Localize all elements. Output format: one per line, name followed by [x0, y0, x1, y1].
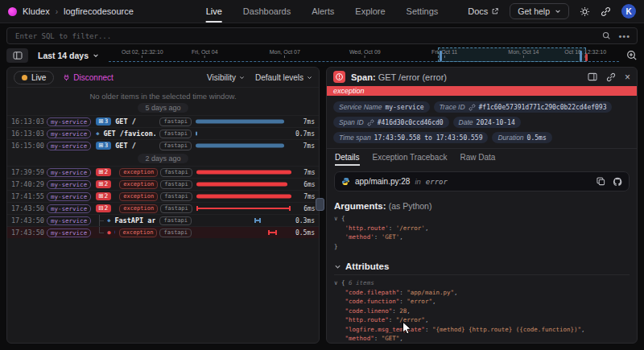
zoom-in-icon[interactable]	[626, 50, 638, 61]
visibility-dropdown[interactable]: Visibility	[207, 73, 245, 82]
code-location-bar[interactable]: app/main.py:28 in error	[334, 171, 630, 191]
duration-lane	[196, 215, 291, 226]
user-avatar[interactable]: K	[621, 4, 636, 19]
docs-link[interactable]: Docs	[468, 6, 499, 16]
default-levels-dropdown[interactable]: Default levels	[255, 73, 312, 82]
nav-tab-alerts[interactable]: Alerts	[312, 0, 334, 23]
tick-mark-icon	[523, 56, 524, 58]
nav-tab-settings[interactable]: Settings	[407, 0, 439, 23]
meta-pill-date[interactable]: Date2024-10-14	[453, 117, 521, 128]
sidebar-toggle-button[interactable]	[6, 48, 28, 63]
tag-exception[interactable]: exception	[119, 180, 158, 189]
arguments-code-block[interactable]: ∨ { 'http.route': '/error', 'method': 'G…	[334, 214, 630, 251]
meta-pill-time-span[interactable]: Time span17:43:50.558 to 17:43:50.559	[333, 132, 488, 143]
span-detail-header: Span: GET /error (error) ×	[327, 68, 637, 86]
breadcrumb-org[interactable]: Kludex	[23, 6, 50, 16]
timeline-row: Last 14 days Oct 02, 12:32:10Fri, Oct 04…	[6, 47, 638, 64]
tag-fastapi[interactable]: fastapi	[159, 229, 192, 237]
tag-exception[interactable]: exception	[119, 229, 158, 237]
service-tag[interactable]: my-service	[47, 180, 91, 189]
duration-bar	[196, 120, 284, 124]
tab-exception-traceback[interactable]: Exception Traceback	[373, 149, 448, 166]
time-range-label: Last 14 days	[38, 51, 89, 60]
trace-row[interactable]: 17:43:50my-service◆FastAPI argumentsfast…	[7, 214, 319, 226]
search-icon[interactable]	[602, 31, 611, 40]
trace-row[interactable]: 17:43:50my-service⊟2GET /errorexceptionf…	[7, 202, 319, 214]
plug-icon	[63, 74, 70, 81]
children-toggle-badge[interactable]: ⊞2	[96, 180, 111, 188]
children-toggle-badge[interactable]: ⊞2	[96, 168, 111, 176]
tag-exception[interactable]: exception	[119, 192, 158, 201]
service-tag[interactable]: my-service	[47, 130, 91, 138]
tag-exception[interactable]: exception	[119, 168, 158, 177]
duration-lane	[196, 227, 291, 238]
tag-fastapi[interactable]: fastapi	[160, 168, 192, 177]
breadcrumb-project[interactable]: logfirecodesource	[64, 6, 134, 16]
trace-row[interactable]: 17:40:29my-service⊞2GET /errorexceptionf…	[7, 178, 319, 190]
trace-row[interactable]: 17:39:59my-service⊞2GET /errorexceptionf…	[7, 166, 319, 178]
tag-fastapi[interactable]: fastapi	[159, 216, 192, 225]
tag-fastapi[interactable]: fastapi	[159, 142, 192, 150]
trace-row[interactable]: 16:15:00my-service⊞3GET /fastapi7ms	[7, 139, 319, 151]
row-duration: 6ms	[291, 181, 316, 188]
logfire-logo-icon[interactable]	[8, 7, 17, 16]
row-duration: 0.7ms	[291, 130, 315, 138]
nav-tab-live[interactable]: Live	[206, 0, 222, 23]
timeline-tick-label: Mon, Oct 07	[270, 49, 300, 55]
trace-row[interactable]: 17:41:55my-service⊞2GET /errorexceptionf…	[7, 190, 319, 202]
timeline-strip[interactable]: Oct 02, 12:32:10Fri, Oct 04Mon, Oct 07We…	[109, 47, 619, 64]
meta-pill-duration[interactable]: Duration0.5ms	[492, 132, 551, 143]
meta-pill-trace-id[interactable]: Trace ID#f1c60e57391d771c290c0b22cd4ef09…	[434, 101, 613, 113]
disconnect-button[interactable]: Disconnect	[63, 73, 113, 82]
tab-details[interactable]: Details	[335, 149, 360, 166]
more-options-icon[interactable]: •••	[618, 32, 630, 40]
service-tag[interactable]: my-service	[47, 117, 91, 126]
duration-bar	[196, 144, 284, 148]
duration-lane	[196, 140, 291, 151]
nav-tab-dashboards[interactable]: Dashboards	[243, 0, 291, 23]
tag-fastapi[interactable]: fastapi	[160, 192, 192, 201]
service-tag[interactable]: my-service	[47, 168, 91, 177]
panel-layout-icon	[13, 51, 23, 60]
row-timestamp: 17:39:59	[11, 168, 47, 176]
service-tag[interactable]: my-service	[47, 192, 91, 201]
panel-resize-handle[interactable]	[316, 198, 324, 211]
service-tag[interactable]: my-service	[47, 216, 91, 225]
attributes-code-block[interactable]: ∨ { 6 items "code.filepath": "app/main.p…	[334, 278, 630, 343]
tag-fastapi[interactable]: fastapi	[160, 204, 192, 213]
row-tags: exceptionfastapi	[119, 180, 192, 189]
tag-exception[interactable]: exception	[119, 204, 158, 213]
copy-link-icon[interactable]	[601, 6, 611, 17]
children-toggle-badge[interactable]: ⊞2	[96, 192, 111, 200]
service-tag[interactable]: my-service	[47, 204, 91, 213]
trace-row[interactable]: 16:13:03my-service◆GET /favicon.icofasta…	[7, 127, 319, 139]
meta-pill-service-name[interactable]: Service Namemy-service	[333, 101, 430, 113]
copy-icon[interactable]	[597, 177, 605, 186]
live-status-pill[interactable]: Live	[14, 71, 54, 84]
get-help-button[interactable]: Get help	[510, 3, 569, 19]
tag-fastapi[interactable]: fastapi	[160, 180, 192, 189]
tag-fastapi[interactable]: fastapi	[159, 117, 192, 126]
meta-pill-span-id[interactable]: Span ID#416d30c0ccd46cd0	[333, 117, 449, 128]
github-icon[interactable]	[613, 177, 622, 187]
close-icon[interactable]: ×	[625, 73, 630, 81]
app-root: Kludex › logfirecodesource LiveDashboard…	[0, 0, 644, 350]
tag-fastapi[interactable]: fastapi	[159, 130, 192, 138]
nav-tab-explore[interactable]: Explore	[355, 0, 385, 23]
children-toggle-badge[interactable]: ⊞3	[96, 142, 111, 150]
tab-raw-data[interactable]: Raw Data	[460, 149, 495, 166]
children-toggle-badge[interactable]: ⊞3	[96, 117, 111, 126]
service-tag[interactable]: my-service	[47, 229, 91, 237]
sql-filter-input[interactable]	[14, 31, 595, 41]
duration-tick	[196, 132, 197, 136]
theme-toggle-icon[interactable]	[580, 6, 590, 17]
duration-ibeam	[254, 218, 261, 223]
trace-row[interactable]: 16:13:03my-service⊞3GET /fastapi7ms	[7, 115, 319, 127]
copy-link-icon[interactable]	[606, 72, 616, 82]
open-panel-icon[interactable]	[588, 72, 597, 81]
time-range-selector[interactable]: Last 14 days	[35, 51, 101, 60]
trace-row[interactable]: 17:43:50my-service●GET /error (error)exc…	[7, 226, 319, 238]
service-tag[interactable]: my-service	[47, 142, 91, 150]
attributes-heading[interactable]: Attributes	[334, 261, 630, 275]
children-toggle-badge[interactable]: ⊟2	[96, 204, 111, 212]
